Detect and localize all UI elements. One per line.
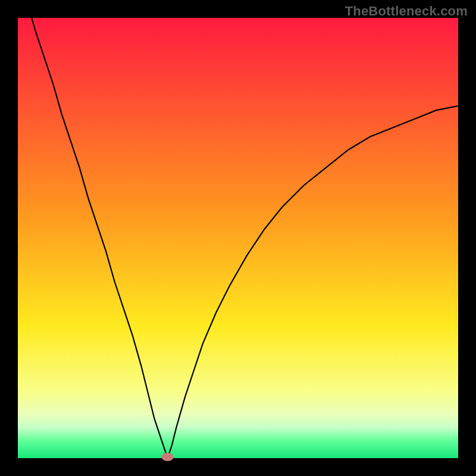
watermark-text: TheBottleneck.com bbox=[345, 4, 468, 19]
minimum-marker bbox=[162, 453, 174, 461]
chart-svg bbox=[0, 0, 476, 476]
chart-frame: { "watermark": "TheBottleneck.com", "cha… bbox=[0, 0, 476, 476]
plot-background bbox=[18, 18, 458, 458]
